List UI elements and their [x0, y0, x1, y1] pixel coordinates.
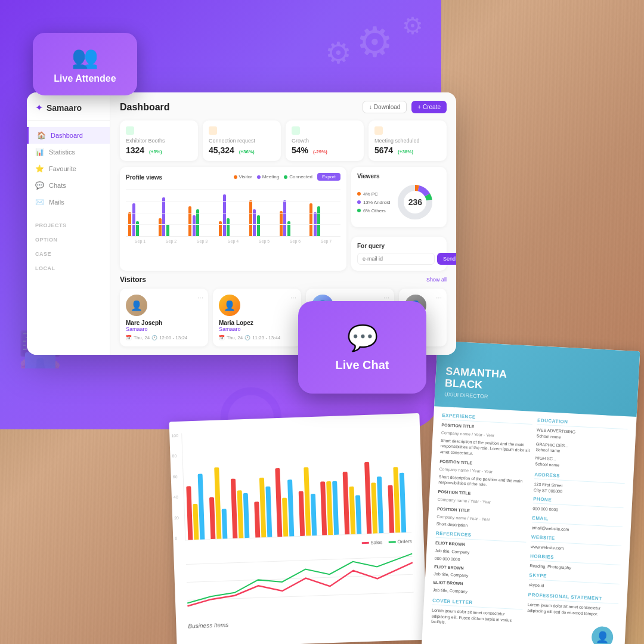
profile-views-chart: Profile views Visitor Meeting	[120, 167, 346, 271]
visitor-dots-1[interactable]: ···	[197, 293, 203, 302]
bar-label-3: Sep 3	[188, 239, 216, 243]
query-title: For query	[357, 243, 441, 249]
donut-chart: 236	[396, 183, 434, 221]
chat-icon: 💬	[35, 181, 44, 190]
donut-label-android: 13% Android	[363, 200, 390, 205]
donut-item-android: 13% Android	[357, 200, 390, 205]
resume-header: SAMANTHABLACK UX/UI DIRECTOR	[434, 340, 640, 417]
visitor-dots-3[interactable]: ···	[383, 293, 389, 302]
donut-item-pc: 4% PC	[357, 191, 390, 197]
sidebar-nav: 🏠 Dashboard 📊 Statistics ⭐ Favourite 💬 C…	[27, 121, 110, 216]
bar-visitor-4	[219, 221, 222, 236]
visitor-card-2: ··· 👤 Maria Lopez Samaaro 📅 Thu, 24 🕐 11…	[213, 289, 301, 346]
resume-job-4: POSITION TITLE Company name / Year - Yea…	[436, 506, 528, 532]
gear-icon-3: ⚙	[402, 12, 423, 39]
bar-connected-1	[136, 221, 139, 236]
donut-center-value: 236	[408, 197, 422, 207]
bar-meeting-5	[253, 209, 256, 236]
paper-bar-group-8	[342, 471, 364, 534]
sidebar-item-statistics[interactable]: 📊 Statistics	[27, 144, 110, 160]
sidebar-item-dashboard[interactable]: 🏠 Dashboard	[27, 127, 110, 144]
legend-dot-connected	[284, 175, 287, 179]
svg-line-7	[186, 556, 413, 564]
sidebar: ✦ Samaaro 🏠 Dashboard 📊 Statistics ⭐ Fav…	[27, 92, 110, 355]
create-button[interactable]: + Create	[411, 101, 447, 113]
query-input-row: Send	[357, 253, 441, 265]
paper-bar-group-6	[298, 467, 320, 536]
resume-body: EXPERIENCE POSITION TITLE Company name /…	[422, 406, 636, 642]
legend-text-sales: Sales	[370, 540, 382, 546]
visitor-avatar-2: 👤	[219, 295, 240, 316]
show-all-link[interactable]: Show all	[426, 277, 447, 283]
download-button[interactable]: ↓ Download	[363, 101, 407, 113]
legend-label-connected: Connected	[289, 174, 312, 179]
donut-legend: 4% PC 13% Android 6% Others	[357, 191, 390, 213]
stat-card-exhibitor: Exhibitor Booths 1324 (+5%)	[120, 120, 198, 161]
stat-change-meeting: (+38%)	[398, 149, 413, 154]
stat-indicator-meeting	[374, 126, 383, 135]
bar-label-2: Sep 2	[157, 239, 185, 243]
legend-line-orders	[388, 541, 395, 543]
resume-right-col: EDUCATION WEB ADVERTISINGSchool name GRA…	[527, 417, 628, 636]
sidebar-statistics-label: Statistics	[49, 148, 75, 156]
line-sales	[186, 562, 414, 606]
query-email-input[interactable]	[357, 253, 435, 265]
bar-visitor-2	[159, 218, 162, 236]
stat-change-growth: (-29%)	[313, 149, 327, 154]
sidebar-logo: ✦ Samaaro	[27, 102, 110, 121]
calendar-icon-1: 📅	[126, 335, 132, 340]
donut-label-pc: 4% PC	[363, 191, 378, 197]
visitor-hours-1: 12:00 - 13:24	[159, 335, 187, 340]
legend-dot-visitor	[234, 175, 237, 179]
stat-indicator-growth	[292, 126, 300, 135]
visitor-time-1: 📅 Thu, 24 🕐 12:00 - 13:24	[126, 335, 202, 340]
legend-dot-meeting	[257, 175, 261, 179]
stat-label-meeting: Meeting scheduled	[374, 138, 441, 144]
stat-indicator-orange	[209, 126, 217, 135]
viewers-title: Viewers	[357, 173, 441, 179]
visitor-company-2: Samaaro	[219, 326, 295, 332]
visitor-company-1: Samaaro	[126, 326, 202, 332]
bar-group-1	[128, 203, 157, 236]
visitor-dots-4[interactable]: ···	[436, 293, 442, 302]
mail-icon: ✉️	[35, 198, 44, 206]
legend-sales: Sales	[361, 540, 382, 546]
paper-bar-group-2	[208, 467, 231, 539]
query-send-button[interactable]: Send	[437, 253, 456, 265]
sidebar-dashboard-label: Dashboard	[51, 132, 83, 139]
sidebar-item-favourite[interactable]: ⭐ Favourite	[27, 160, 110, 177]
donut-label-others: 6% Others	[363, 208, 386, 213]
bar-group-7	[309, 203, 338, 236]
bar-visitor-6	[280, 211, 283, 236]
visitors-header: Visitors Show all	[120, 275, 447, 284]
sidebar-section-case: CASE	[27, 245, 110, 259]
live-attendee-card[interactable]: 👥 Live Attendee	[33, 33, 137, 95]
live-chat-card[interactable]: 💬 Live Chat	[298, 301, 426, 394]
bar-connected-4	[227, 218, 230, 236]
stat-cards: Exhibitor Booths 1324 (+5%) Connection r…	[120, 120, 447, 161]
users-icon: 👥	[72, 45, 98, 70]
svg-line-9	[187, 592, 414, 600]
clock-icon-1: 🕐	[151, 335, 157, 340]
sidebar-item-chats[interactable]: 💬 Chats	[27, 177, 110, 194]
bar-labels: Sep 1 Sep 2 Sep 3 Sep 4 Sep 5 Sep 6 Sep …	[126, 239, 340, 243]
bar-connected-6	[287, 221, 290, 236]
visitor-dots-2[interactable]: ···	[290, 293, 296, 302]
sidebar-section-option: OPTION	[27, 231, 110, 245]
sidebar-item-mails[interactable]: ✉️ Mails	[27, 194, 110, 210]
legend-orders: Orders	[388, 538, 412, 544]
live-chat-icon: 💬	[347, 323, 378, 352]
bar-label-1: Sep 1	[126, 239, 154, 243]
star-icon: ⭐	[35, 165, 44, 173]
paper-bar-group-9	[364, 462, 387, 534]
resume-edu-2: GRAPHIC DES...School name	[535, 441, 627, 458]
bar-group-2	[159, 197, 187, 236]
line-chart-svg	[185, 538, 414, 618]
export-button[interactable]: Export	[317, 173, 340, 181]
live-attendee-label: Live Attendee	[54, 73, 116, 84]
bar-group-6	[280, 200, 308, 236]
chart-title-profile: Profile views	[126, 174, 162, 181]
paper-bar-group-4	[253, 477, 275, 537]
bar-connected-2	[166, 224, 169, 236]
viewers-card: Viewers 4% PC 13% Android	[351, 167, 447, 227]
